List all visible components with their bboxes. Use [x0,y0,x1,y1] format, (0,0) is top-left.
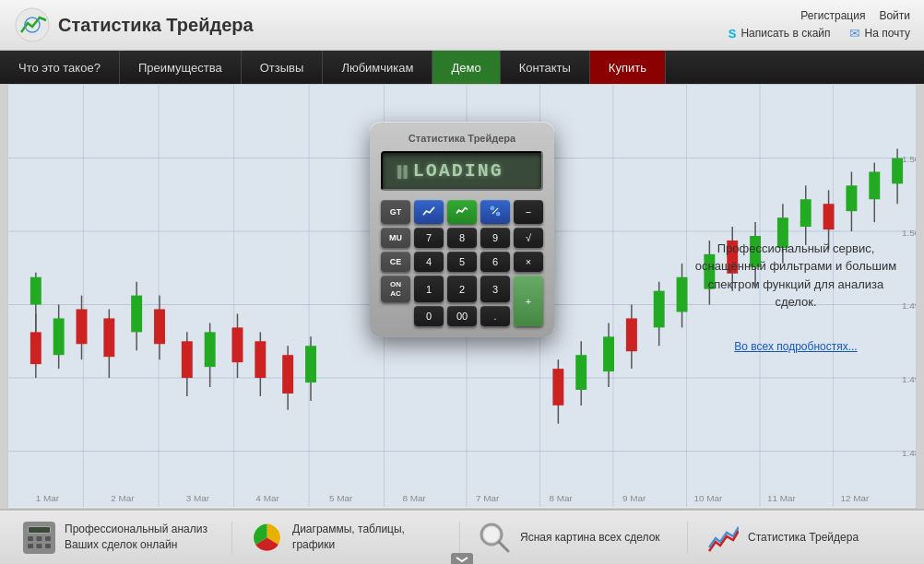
calc-minus-op[interactable]: − [514,200,543,224]
logo-area: Статистика Трейдера [14,6,254,43]
nav-buy[interactable]: Купить [590,51,666,84]
mail-label: На почту [865,27,910,40]
svg-text:8 Mar: 8 Mar [549,493,573,503]
svg-text:1.4910: 1.4910 [902,374,916,384]
svg-text:7 Mar: 7 Mar [476,493,500,503]
calc-dot[interactable]: . [480,306,510,326]
login-link[interactable]: Войти [879,9,910,22]
footer-search-icon [479,522,511,554]
svg-text:2 Mar: 2 Mar [111,493,135,503]
svg-text:1.5000: 1.5000 [902,228,916,238]
svg-rect-66 [800,199,811,227]
calculator: Статистика Трейдера ▐▌LOADING GT − MU 7 … [370,122,554,337]
nav-reviews[interactable]: Отзывы [242,51,324,84]
svg-text:12 Mar: 12 Mar [840,493,870,503]
calc-2[interactable]: 2 [447,276,477,302]
footer-item-charts: Диаграммы, таблицы, графики [237,522,460,554]
svg-text:10 Mar: 10 Mar [693,493,723,503]
svg-rect-101 [28,544,33,548]
calc-1[interactable]: 1 [414,276,444,302]
footer-stats-icon [706,522,739,554]
nav-favorites[interactable]: Любимчикам [323,51,432,84]
nav: Что это такое? Преимущества Отзывы Любим… [0,51,924,84]
mail-contact[interactable]: ✉ На почту [849,26,910,41]
svg-rect-100 [45,536,51,541]
footer-text-4: Статистика Трейдера [748,530,859,546]
header-right: Регистрация Войти S Написать в скайп ✉ Н… [729,9,910,41]
svg-rect-54 [654,291,665,328]
svg-rect-28 [103,318,114,357]
svg-rect-48 [575,355,586,390]
calc-6[interactable]: 6 [480,252,510,272]
calc-x[interactable]: × [514,252,543,272]
reg-link[interactable]: Регистрация [800,9,865,22]
svg-text:8 Mar: 8 Mar [402,493,426,503]
logo-icon [14,6,51,43]
svg-rect-34 [182,341,193,378]
skype-contact[interactable]: S Написать в скайп [729,27,831,41]
svg-line-107 [499,542,508,551]
svg-rect-30 [131,296,142,333]
skype-icon: S [729,27,737,41]
calc-onac[interactable]: ONAC [381,276,410,302]
nav-contacts[interactable]: Контакты [501,51,590,84]
calc-0[interactable]: 0 [414,306,444,326]
calc-empty [381,306,410,326]
calc-brand: Статистика Трейдера [381,133,543,144]
calc-sqrt[interactable]: √ [514,228,543,248]
svg-text:11 Mar: 11 Mar [767,493,797,503]
svg-rect-56 [677,277,688,312]
svg-text:1.4865: 1.4865 [902,448,916,458]
svg-point-106 [484,527,499,542]
svg-rect-24 [53,318,65,355]
calc-ce[interactable]: CE [381,252,410,272]
calc-screen: ▐▌LOADING [381,151,543,191]
svg-rect-38 [232,327,243,362]
description: Профессиональный сервис, оснащённый филь… [694,240,897,354]
calc-9[interactable]: 9 [480,228,510,248]
calc-4[interactable]: 4 [414,252,444,272]
nav-what[interactable]: Что это такое? [0,51,120,84]
calc-chart2[interactable] [447,200,477,224]
header: Статистика Трейдера Регистрация Войти S … [0,0,924,51]
calc-3[interactable]: 3 [480,276,510,302]
footer-text-1: Профессиональный анализ Ваших сделок онл… [65,522,218,553]
desc-link[interactable]: Во всех подробностях... [734,340,857,353]
scroll-arrow[interactable] [451,553,473,564]
calc-mu[interactable]: MU [381,228,410,248]
svg-rect-50 [603,336,614,371]
calc-percent-func[interactable] [480,200,510,224]
calc-5[interactable]: 5 [447,252,477,272]
svg-point-93 [496,212,500,216]
header-contacts: S Написать в скайп ✉ На почту [729,26,910,41]
svg-text:1 Mar: 1 Mar [36,493,60,503]
calc-plus[interactable]: + [514,276,543,326]
svg-rect-46 [552,369,563,405]
calc-gt[interactable]: GT [381,200,410,224]
footer-calculator-icon [23,522,55,554]
svg-text:3 Mar: 3 Mar [186,493,210,503]
svg-text:1.5045: 1.5045 [902,154,916,164]
calc-buttons: GT − MU 7 8 9 √ CE 4 5 6 × ONAC [381,200,543,326]
header-links-top: Регистрация Войти [800,9,910,22]
svg-rect-42 [282,355,293,394]
footer-text-2: Диаграммы, таблицы, графики [292,522,445,553]
nav-demo[interactable]: Демо [432,51,500,84]
svg-rect-102 [37,544,42,548]
svg-rect-44 [305,346,316,382]
calc-00[interactable]: 00 [447,306,477,326]
svg-rect-32 [154,310,165,345]
calc-7[interactable]: 7 [414,228,444,248]
nav-advantages[interactable]: Преимущества [120,51,242,84]
svg-rect-26 [77,310,88,345]
svg-rect-97 [29,527,50,533]
footer-pie-icon [251,522,283,554]
calc-chart1[interactable] [414,200,444,224]
svg-rect-40 [255,341,266,378]
footer-item-calculator: Профессиональный анализ Ваших сделок онл… [9,522,232,554]
main-content: 1.5045 1.5000 1.4955 1.4910 1.4865 1 Mar… [7,84,917,509]
svg-rect-99 [37,536,42,541]
calc-8[interactable]: 8 [447,228,477,248]
mail-icon: ✉ [849,26,860,41]
svg-text:9 Mar: 9 Mar [622,493,646,503]
